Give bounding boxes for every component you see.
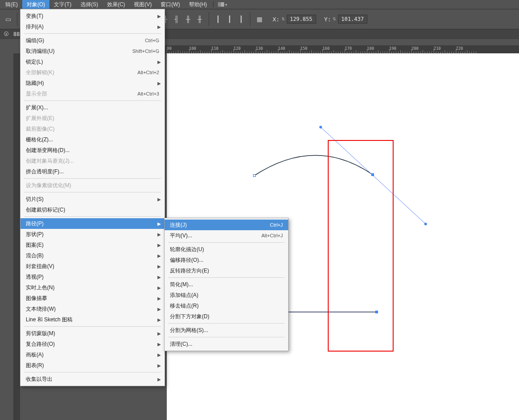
menu-item: 裁剪图像(C) — [20, 124, 165, 134]
menu-item[interactable]: 分割为网格(S)... — [165, 325, 288, 336]
menu-item[interactable]: 锁定(L)▶ — [20, 56, 165, 67]
menu-item[interactable]: 栅格化(Z)... — [20, 134, 165, 145]
menu-0[interactable]: 辑(E) — [1, 0, 22, 9]
menu-3[interactable]: 选择(S) — [76, 0, 103, 9]
menu-5[interactable]: 视图(V) — [129, 0, 156, 9]
menu-item[interactable]: 偏移路径(O)... — [165, 255, 288, 265]
menu-item: 全部解锁(K)Alt+Ctrl+2 — [20, 67, 165, 78]
menu-6[interactable]: 窗口(W) — [156, 0, 184, 9]
object-menu: 变换(T)▶排列(A)▶编组(G)Ctrl+G取消编组(U)Shift+Ctrl… — [20, 9, 165, 386]
menu-item[interactable]: 移去锚点(R) — [165, 300, 288, 311]
menu-item[interactable]: 实时上色(N)▶ — [20, 282, 165, 293]
menu-item: 设为像素级优化(M) — [20, 180, 165, 191]
menu-item[interactable]: 分割下方对象(D) — [165, 311, 288, 322]
menu-item[interactable]: 图表(R)▶ — [20, 360, 165, 371]
menu-item[interactable]: 取消编组(U)Shift+Ctrl+G — [20, 46, 165, 56]
menu-item[interactable]: 复合路径(O)▶ — [20, 339, 165, 349]
menu-item[interactable]: 形状(P)▶ — [20, 229, 165, 240]
menu-item[interactable]: 隐藏(H)▶ — [20, 78, 165, 88]
selection-icon[interactable]: ▭ — [3, 14, 13, 24]
menu-item: 扩展外观(E) — [20, 113, 165, 124]
menu-item[interactable]: 文本绕排(W)▶ — [20, 304, 165, 314]
dist-4-icon[interactable]: ╢ — [171, 14, 182, 24]
menu-item[interactable]: 创建渐变网格(D)... — [20, 145, 165, 156]
path-submenu: 连接(J)Ctrl+J平均(V)...Alt+Ctrl+J轮廓化描边(U)偏移路… — [164, 218, 289, 351]
menu-item[interactable]: 反转路径方向(E) — [165, 265, 288, 276]
menu-item[interactable]: 创建裁切标记(C) — [20, 204, 165, 215]
x-label: X: — [273, 16, 280, 23]
handle-point[interactable] — [319, 126, 322, 128]
menu-item[interactable]: 排列(A)▶ — [20, 21, 165, 32]
dist-5-icon[interactable]: ╫ — [183, 14, 193, 24]
menu-item[interactable]: 透视(P)▶ — [20, 272, 165, 282]
menu-item[interactable]: 平均(V)...Alt+Ctrl+J — [165, 230, 288, 241]
menu-item[interactable]: 轮廓化描边(U) — [165, 244, 288, 255]
menu-item[interactable]: 编组(G)Ctrl+G — [20, 35, 165, 46]
menu-item[interactable]: 清理(C)... — [165, 339, 288, 349]
menu-7[interactable]: 帮助(H) — [185, 0, 212, 9]
menu-item[interactable]: 图像描摹▶ — [20, 293, 165, 304]
highlight-box — [328, 140, 394, 352]
space-h-icon[interactable]: ┃ — [213, 14, 223, 24]
menu-item[interactable]: 添加锚点(A) — [165, 290, 288, 300]
y-value[interactable]: 101.437 — [338, 15, 367, 24]
menu-item[interactable]: 剪切蒙版(M)▶ — [20, 328, 165, 339]
menu-item[interactable]: 画板(A)▶ — [20, 349, 165, 360]
menu-item[interactable]: 简化(M)... — [165, 279, 288, 290]
menu-item[interactable]: 路径(P)▶ — [20, 218, 165, 229]
menu-2[interactable]: 文字(T) — [49, 0, 76, 9]
ruler-vertical — [13, 53, 20, 420]
menu-item[interactable]: 拼合透明度(F)... — [20, 166, 165, 177]
menu-item: 显示全部Alt+Ctrl+3 — [20, 88, 165, 99]
dist-6-icon[interactable]: ╫ — [194, 14, 205, 24]
menu-item[interactable]: 收集以导出▶ — [20, 374, 165, 384]
menu-item[interactable]: 连接(J)Ctrl+J — [165, 220, 288, 230]
menu-item[interactable]: Line 和 Sketch 图稿▶ — [20, 314, 165, 325]
menu-item[interactable]: 扩展(X)... — [20, 102, 165, 113]
x-value[interactable]: 129.855 — [287, 15, 316, 24]
target-icon[interactable]: ⦿ — [4, 31, 9, 37]
menu-item[interactable]: 混合(B)▶ — [20, 250, 165, 261]
space-v-icon[interactable]: ┃ — [224, 14, 235, 24]
anchor-point[interactable] — [253, 174, 256, 177]
menu-item: 创建对象马赛克(J)... — [20, 156, 165, 166]
menu-item[interactable]: 封套扭曲(V)▶ — [20, 261, 165, 272]
menu-4[interactable]: 效果(C) — [103, 0, 130, 9]
layout-icon[interactable] — [218, 2, 224, 7]
menu-item[interactable]: 切片(S)▶ — [20, 194, 165, 204]
menu-item[interactable]: 图案(E)▶ — [20, 240, 165, 250]
menu-bar: 辑(E)对象(O)文字(T)选择(S)效果(C)视图(V)窗口(W)帮助(H)▾ — [0, 0, 519, 9]
stepper-icon[interactable]: ⇅ — [282, 17, 285, 21]
menu-item[interactable]: 变换(T)▶ — [20, 11, 165, 21]
menu-1[interactable]: 对象(O) — [22, 0, 49, 9]
stepper-icon[interactable]: ⇅ — [333, 17, 336, 21]
space-3-icon[interactable]: ┃ — [236, 14, 246, 24]
handle-point[interactable] — [424, 223, 427, 225]
y-label: Y: — [324, 16, 331, 23]
pixel-grid-icon[interactable]: ▦ — [254, 14, 265, 24]
